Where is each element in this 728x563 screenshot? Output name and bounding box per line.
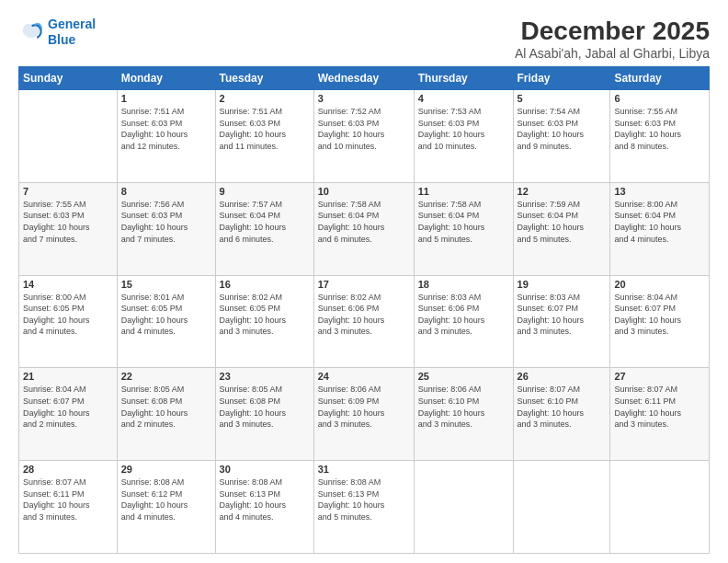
- day-cell: [19, 90, 118, 183]
- day-cell: 9Sunrise: 7:57 AM Sunset: 6:04 PM Daylig…: [215, 182, 313, 275]
- day-cell: 14Sunrise: 8:00 AM Sunset: 6:05 PM Dayli…: [19, 275, 118, 368]
- day-info: Sunrise: 8:01 AM Sunset: 6:05 PM Dayligh…: [121, 292, 211, 338]
- day-number: 17: [318, 279, 410, 290]
- day-number: 26: [518, 371, 607, 382]
- page: General Blue December 2025 Al Asabi'ah, …: [0, 0, 728, 563]
- day-info: Sunrise: 7:58 AM Sunset: 6:04 PM Dayligh…: [318, 199, 410, 245]
- day-number: 15: [121, 279, 211, 290]
- col-sunday: Sunday: [19, 67, 118, 90]
- logo-text: General Blue: [48, 17, 96, 48]
- main-title: December 2025: [515, 17, 710, 46]
- day-cell: 30Sunrise: 8:08 AM Sunset: 6:13 PM Dayli…: [215, 461, 313, 554]
- day-cell: 25Sunrise: 8:06 AM Sunset: 6:10 PM Dayli…: [414, 368, 513, 461]
- day-number: 30: [220, 464, 310, 475]
- day-number: 31: [318, 464, 410, 475]
- day-number: 2: [220, 93, 310, 104]
- day-info: Sunrise: 8:06 AM Sunset: 6:09 PM Dayligh…: [318, 384, 410, 430]
- day-info: Sunrise: 7:55 AM Sunset: 6:03 PM Dayligh…: [23, 199, 113, 245]
- day-number: 19: [518, 279, 607, 290]
- day-cell: 8Sunrise: 7:56 AM Sunset: 6:03 PM Daylig…: [117, 182, 215, 275]
- day-cell: 3Sunrise: 7:52 AM Sunset: 6:03 PM Daylig…: [313, 90, 414, 183]
- title-section: December 2025 Al Asabi'ah, Jabal al Ghar…: [515, 17, 710, 61]
- header: General Blue December 2025 Al Asabi'ah, …: [18, 17, 710, 61]
- day-info: Sunrise: 8:04 AM Sunset: 6:07 PM Dayligh…: [23, 384, 113, 430]
- day-number: 11: [418, 186, 509, 197]
- day-cell: 6Sunrise: 7:55 AM Sunset: 6:03 PM Daylig…: [610, 90, 710, 183]
- day-number: 8: [121, 186, 211, 197]
- day-cell: 4Sunrise: 7:53 AM Sunset: 6:03 PM Daylig…: [414, 90, 513, 183]
- calendar: Sunday Monday Tuesday Wednesday Thursday…: [18, 66, 710, 554]
- day-number: 20: [614, 279, 705, 290]
- day-cell: 13Sunrise: 8:00 AM Sunset: 6:04 PM Dayli…: [610, 182, 710, 275]
- day-info: Sunrise: 8:00 AM Sunset: 6:05 PM Dayligh…: [23, 292, 113, 338]
- col-saturday: Saturday: [610, 67, 710, 90]
- day-info: Sunrise: 8:07 AM Sunset: 6:10 PM Dayligh…: [518, 384, 607, 430]
- day-info: Sunrise: 8:04 AM Sunset: 6:07 PM Dayligh…: [614, 292, 705, 338]
- day-info: Sunrise: 8:08 AM Sunset: 6:13 PM Dayligh…: [220, 477, 310, 523]
- day-number: 5: [518, 93, 607, 104]
- day-info: Sunrise: 7:58 AM Sunset: 6:04 PM Dayligh…: [418, 199, 509, 245]
- day-info: Sunrise: 8:03 AM Sunset: 6:07 PM Dayligh…: [518, 292, 607, 338]
- day-cell: 11Sunrise: 7:58 AM Sunset: 6:04 PM Dayli…: [414, 182, 513, 275]
- day-info: Sunrise: 8:00 AM Sunset: 6:04 PM Dayligh…: [614, 199, 705, 245]
- day-info: Sunrise: 7:57 AM Sunset: 6:04 PM Dayligh…: [220, 199, 310, 245]
- day-info: Sunrise: 7:51 AM Sunset: 6:03 PM Dayligh…: [121, 106, 211, 152]
- day-cell: 10Sunrise: 7:58 AM Sunset: 6:04 PM Dayli…: [313, 182, 414, 275]
- day-number: 14: [23, 279, 113, 290]
- day-info: Sunrise: 8:05 AM Sunset: 6:08 PM Dayligh…: [220, 384, 310, 430]
- logo: General Blue: [18, 17, 96, 48]
- day-cell: 31Sunrise: 8:08 AM Sunset: 6:13 PM Dayli…: [313, 461, 414, 554]
- day-info: Sunrise: 7:56 AM Sunset: 6:03 PM Dayligh…: [121, 199, 211, 245]
- day-info: Sunrise: 7:51 AM Sunset: 6:03 PM Dayligh…: [220, 106, 310, 152]
- day-number: 22: [121, 371, 211, 382]
- day-number: 24: [318, 371, 410, 382]
- day-info: Sunrise: 8:08 AM Sunset: 6:13 PM Dayligh…: [318, 477, 410, 523]
- col-friday: Friday: [513, 67, 610, 90]
- day-cell: 29Sunrise: 8:08 AM Sunset: 6:12 PM Dayli…: [117, 461, 215, 554]
- day-cell: 26Sunrise: 8:07 AM Sunset: 6:10 PM Dayli…: [513, 368, 610, 461]
- day-info: Sunrise: 7:59 AM Sunset: 6:04 PM Dayligh…: [518, 199, 607, 245]
- day-cell: 21Sunrise: 8:04 AM Sunset: 6:07 PM Dayli…: [19, 368, 118, 461]
- day-cell: 15Sunrise: 8:01 AM Sunset: 6:05 PM Dayli…: [117, 275, 215, 368]
- day-info: Sunrise: 8:03 AM Sunset: 6:06 PM Dayligh…: [418, 292, 509, 338]
- day-number: 4: [418, 93, 509, 104]
- day-cell: 20Sunrise: 8:04 AM Sunset: 6:07 PM Dayli…: [610, 275, 710, 368]
- week-row-5: 28Sunrise: 8:07 AM Sunset: 6:11 PM Dayli…: [19, 461, 710, 554]
- day-info: Sunrise: 8:02 AM Sunset: 6:06 PM Dayligh…: [318, 292, 410, 338]
- day-cell: 12Sunrise: 7:59 AM Sunset: 6:04 PM Dayli…: [513, 182, 610, 275]
- day-cell: 7Sunrise: 7:55 AM Sunset: 6:03 PM Daylig…: [19, 182, 118, 275]
- day-cell: [610, 461, 710, 554]
- day-info: Sunrise: 8:05 AM Sunset: 6:08 PM Dayligh…: [121, 384, 211, 430]
- day-number: 13: [614, 186, 705, 197]
- day-number: 28: [23, 464, 113, 475]
- day-cell: 22Sunrise: 8:05 AM Sunset: 6:08 PM Dayli…: [117, 368, 215, 461]
- day-number: 12: [518, 186, 607, 197]
- day-number: 1: [121, 93, 211, 104]
- logo-icon: [18, 19, 44, 45]
- day-info: Sunrise: 7:52 AM Sunset: 6:03 PM Dayligh…: [318, 106, 410, 152]
- col-wednesday: Wednesday: [313, 67, 414, 90]
- day-info: Sunrise: 8:08 AM Sunset: 6:12 PM Dayligh…: [121, 477, 211, 523]
- day-cell: 19Sunrise: 8:03 AM Sunset: 6:07 PM Dayli…: [513, 275, 610, 368]
- week-row-3: 14Sunrise: 8:00 AM Sunset: 6:05 PM Dayli…: [19, 275, 710, 368]
- day-number: 9: [220, 186, 310, 197]
- col-tuesday: Tuesday: [215, 67, 313, 90]
- day-number: 7: [23, 186, 113, 197]
- day-cell: 18Sunrise: 8:03 AM Sunset: 6:06 PM Dayli…: [414, 275, 513, 368]
- day-number: 10: [318, 186, 410, 197]
- day-cell: 28Sunrise: 8:07 AM Sunset: 6:11 PM Dayli…: [19, 461, 118, 554]
- day-info: Sunrise: 7:54 AM Sunset: 6:03 PM Dayligh…: [518, 106, 607, 152]
- col-monday: Monday: [117, 67, 215, 90]
- day-cell: 27Sunrise: 8:07 AM Sunset: 6:11 PM Dayli…: [610, 368, 710, 461]
- day-cell: [513, 461, 610, 554]
- week-row-2: 7Sunrise: 7:55 AM Sunset: 6:03 PM Daylig…: [19, 182, 710, 275]
- day-number: 29: [121, 464, 211, 475]
- day-info: Sunrise: 7:53 AM Sunset: 6:03 PM Dayligh…: [418, 106, 509, 152]
- day-info: Sunrise: 8:07 AM Sunset: 6:11 PM Dayligh…: [23, 477, 113, 523]
- day-number: 23: [220, 371, 310, 382]
- day-number: 25: [418, 371, 509, 382]
- day-number: 21: [23, 371, 113, 382]
- day-number: 18: [418, 279, 509, 290]
- day-cell: 16Sunrise: 8:02 AM Sunset: 6:05 PM Dayli…: [215, 275, 313, 368]
- day-cell: 23Sunrise: 8:05 AM Sunset: 6:08 PM Dayli…: [215, 368, 313, 461]
